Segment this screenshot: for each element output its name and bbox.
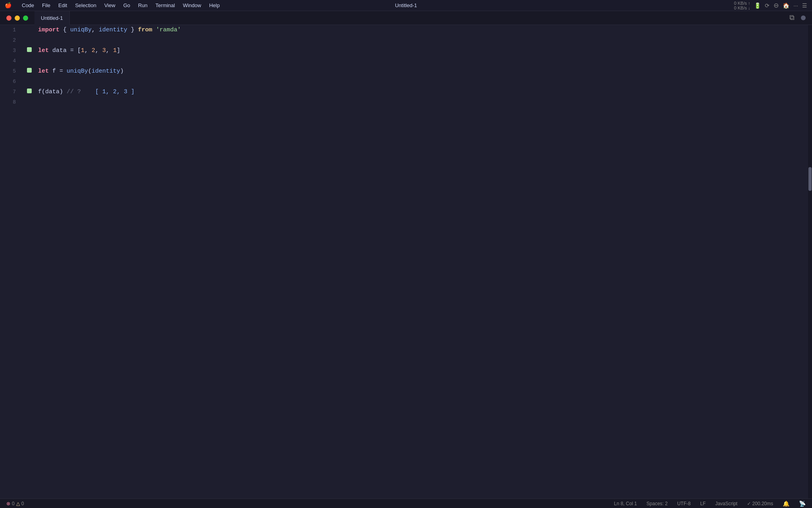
menu-help[interactable]: Help xyxy=(205,2,224,9)
line-8: 8 xyxy=(0,97,812,108)
encoding[interactable]: UTF-8 xyxy=(676,501,692,506)
menu-edit[interactable]: Edit xyxy=(54,2,71,9)
maximize-button[interactable] xyxy=(23,15,28,21)
code-editor[interactable]: 1import { uniqBy, identity } from 'ramda… xyxy=(0,25,812,498)
line-number: 3 xyxy=(0,46,24,56)
menu-go[interactable]: Go xyxy=(119,2,134,9)
close-button[interactable] xyxy=(6,15,11,21)
line-5: 5let f = uniqBy(identity) xyxy=(0,66,812,77)
home-icon: 🏠 xyxy=(783,2,789,9)
menu-code[interactable]: Code xyxy=(18,2,38,9)
scrollbar-thumb[interactable] xyxy=(808,167,812,191)
traffic-lights xyxy=(0,15,34,21)
line-number: 4 xyxy=(0,56,24,66)
warning-number: 0 xyxy=(21,501,24,506)
line-number: 7 xyxy=(0,87,24,97)
more-options-icon[interactable] xyxy=(801,15,806,20)
menu-bar: 🍎 Code File Edit Selection View Go Run T… xyxy=(0,0,812,11)
indent-mode[interactable]: Spaces: 2 xyxy=(645,501,669,506)
network-stats: 0 KB/s ↑0 KB/s ↓ xyxy=(734,1,750,10)
language-mode[interactable]: JavaScript xyxy=(714,501,739,506)
line-number: 1 xyxy=(0,25,24,35)
breakpoint-area[interactable] xyxy=(24,68,35,73)
tab-untitled1[interactable]: Untitled-1 xyxy=(34,11,70,25)
notifications-icon[interactable]: 🔔 xyxy=(781,500,791,507)
line-number: 6 xyxy=(0,77,24,87)
tab-bar: Untitled-1 ⧉ xyxy=(0,11,812,25)
menu-bar-right: 0 KB/s ↑0 KB/s ↓ 🔋 ⟳ ⊖ 🏠 ··· ☰ xyxy=(734,1,807,10)
line-6: 6 xyxy=(0,77,812,87)
scrollbar-track[interactable] xyxy=(808,25,812,498)
menu-run[interactable]: Run xyxy=(134,2,151,9)
editor-area: 1import { uniqBy, identity } from 'ramda… xyxy=(0,25,812,498)
cursor-position[interactable]: Ln 8, Col 1 xyxy=(612,501,638,506)
line-4: 4 xyxy=(0,56,812,66)
line-content: import { uniqBy, identity } from 'ramda' xyxy=(35,25,812,35)
menu-window[interactable]: Window xyxy=(179,2,205,9)
line-number: 5 xyxy=(0,66,24,77)
line-7: 7f(data) // ? [ 1, 2, 3 ] xyxy=(0,87,812,97)
menu-selection[interactable]: Selection xyxy=(71,2,100,9)
battery-icon: 🔋 xyxy=(754,2,761,9)
line-content: let data = [1, 2, 3, 1] xyxy=(35,46,812,56)
list-icon: ☰ xyxy=(802,2,807,9)
line-number: 2 xyxy=(0,35,24,46)
minus-icon: ⊖ xyxy=(774,2,779,9)
split-editor-icon[interactable]: ⧉ xyxy=(789,14,795,22)
breakpoint-area[interactable] xyxy=(24,47,35,52)
tab-bar-actions: ⧉ xyxy=(789,14,812,22)
error-icon: ⊗ xyxy=(6,501,10,506)
error-count[interactable]: ⊗ 0 △ 0 xyxy=(5,501,25,506)
line-2: 2 xyxy=(0,35,812,46)
eol[interactable]: LF xyxy=(699,501,707,506)
line-1: 1import { uniqBy, identity } from 'ramda… xyxy=(0,25,812,35)
timing: ✓ 200.20ms xyxy=(745,501,775,506)
menu-terminal[interactable]: Terminal xyxy=(151,2,179,9)
tab-label: Untitled-1 xyxy=(41,15,63,21)
window-title: Untitled-1 xyxy=(395,2,417,8)
minimize-button[interactable] xyxy=(15,15,20,21)
dots-icon: ··· xyxy=(793,2,798,9)
status-left: ⊗ 0 △ 0 xyxy=(5,501,25,506)
line-content: f(data) // ? [ 1, 2, 3 ] xyxy=(35,87,812,97)
menu-file[interactable]: File xyxy=(38,2,54,9)
remote-icon[interactable]: 📡 xyxy=(797,500,807,507)
status-right: Ln 8, Col 1 Spaces: 2 UTF-8 LF JavaScrip… xyxy=(612,500,807,507)
line-number: 8 xyxy=(0,97,24,108)
breakpoint-dot xyxy=(27,47,32,52)
breakpoint-dot xyxy=(27,89,32,93)
wifi-icon: ⟳ xyxy=(765,2,770,9)
status-bar: ⊗ 0 △ 0 Ln 8, Col 1 Spaces: 2 UTF-8 LF J… xyxy=(0,498,812,508)
error-number: 0 xyxy=(12,501,15,506)
breakpoint-area[interactable] xyxy=(24,89,35,93)
warning-icon: △ xyxy=(16,501,20,506)
line-3: 3let data = [1, 2, 3, 1] xyxy=(0,46,812,56)
menu-view[interactable]: View xyxy=(100,2,119,9)
breakpoint-dot xyxy=(27,68,32,73)
apple-icon: 🍎 xyxy=(5,2,11,9)
line-content: let f = uniqBy(identity) xyxy=(35,66,812,77)
